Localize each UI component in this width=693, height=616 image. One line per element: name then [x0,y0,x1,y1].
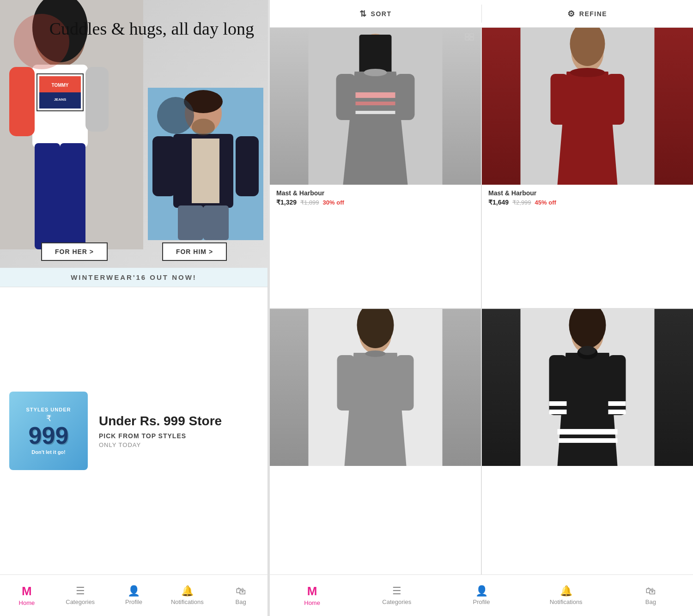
price-original-2: ₹2,999 [512,199,531,206]
promo-number: 999 [29,423,69,447]
home-logo-icon: M [22,585,32,597]
promo-sub2: ONLY TODAY [99,441,222,448]
categories-icon-right: ☰ [392,586,401,596]
svg-rect-60 [608,401,626,406]
bag-icon-right: 🛍 [645,586,656,596]
svg-text:TOMMY: TOMMY [51,83,68,88]
svg-rect-56 [559,438,618,443]
sort-button[interactable]: ⇅ SORT [270,0,481,27]
svg-rect-57 [549,355,567,415]
nav-profile-label-right: Profile [473,598,490,605]
promo-image: STYLES UNDER ₹ 999 Don't let it go! [9,392,88,470]
hero-banner: Cuddles & hugs, all day long TOMMY JEANS [0,0,268,268]
product-info-4 [482,466,693,479]
svg-rect-59 [549,401,567,406]
svg-rect-19 [236,136,259,196]
product-card-1[interactable]: Mast & Harbour ₹1,329 ₹1,899 30% off [270,28,481,308]
svg-rect-17 [192,139,219,203]
profile-icon: 👤 [128,586,140,596]
promo-subtitle: PICK FROM TOP STYLES [99,432,222,440]
product-prices-2: ₹1,649 ₹2,999 45% off [488,199,687,206]
home-logo-icon-right: M [307,585,317,597]
nav-profile-left[interactable]: 👤 Profile [107,575,161,616]
bag-icon: 🛍 [236,586,246,596]
svg-point-22 [192,119,215,135]
price-discount-1: 30% off [323,199,344,206]
svg-rect-31 [395,74,415,120]
left-panel: Cuddles & hugs, all day long TOMMY JEANS [0,0,268,616]
right-toolbar: ⇅ SORT ⚙ REFINE [270,0,693,28]
male-model-image [148,88,263,240]
product-info-1: Mast & Harbour ₹1,329 ₹1,899 30% off [270,185,481,212]
svg-rect-10 [35,143,60,249]
svg-rect-30 [336,74,356,120]
left-bottom-nav: M Home ☰ Categories 👤 Profile 🔔 Notifica… [0,574,267,616]
svg-point-15 [184,90,223,113]
nav-profile-right[interactable]: 👤 Profile [439,575,523,616]
promo-title: Under Rs. 999 Store [99,413,222,429]
nav-home-label-right: Home [304,599,320,606]
promo-text: Under Rs. 999 Store PICK FROM TOP STYLES… [88,413,222,449]
svg-rect-62 [608,410,626,414]
product-brand-2: Mast & Harbour [488,189,687,197]
svg-rect-42 [607,74,625,125]
nav-notifications-label-right: Notifications [550,598,583,605]
svg-rect-8 [9,67,35,136]
product-image-1 [270,28,481,185]
nav-home-left[interactable]: M Home [0,575,54,616]
product-info-3 [270,466,481,479]
product-card-3[interactable] [270,309,481,574]
refine-button[interactable]: ⚙ REFINE [482,0,693,27]
right-panel: ⇅ SORT ⚙ REFINE [270,0,693,616]
svg-rect-36 [470,37,474,40]
price-current-2: ₹1,649 [488,199,509,206]
nav-profile-label: Profile [125,598,142,605]
svg-rect-49 [396,355,414,411]
product-card-4[interactable] [482,309,693,574]
nav-notifications-right[interactable]: 🔔 Notifications [524,575,608,616]
nav-home-label: Home [19,599,35,606]
nav-bag-label: Bag [236,598,246,605]
svg-rect-25 [359,35,392,74]
nav-bag-left[interactable]: 🛍 Bag [214,575,267,616]
nav-home-right[interactable]: M Home [270,575,354,616]
nav-notifications-left[interactable]: 🔔 Notifications [160,575,214,616]
nav-categories-left[interactable]: ☰ Categories [54,575,107,616]
styles-under-text: STYLES UNDER [26,407,71,412]
product-prices-1: ₹1,329 ₹1,899 30% off [276,199,474,206]
for-her-button[interactable]: FOR HER > [41,242,108,261]
nav-bag-right[interactable]: 🛍 Bag [608,575,693,616]
svg-rect-9 [85,67,109,132]
svg-point-32 [364,69,387,76]
notifications-icon: 🔔 [181,586,194,596]
price-discount-2: 45% off [535,199,556,206]
svg-point-64 [579,346,596,355]
hero-buttons: FOR HER > FOR HIM > [0,242,268,261]
svg-rect-55 [558,429,618,435]
wishlist-icon-1[interactable] [464,32,475,46]
svg-rect-33 [465,34,469,36]
price-original-1: ₹1,899 [300,199,319,206]
product-card-2[interactable]: Mast & Harbour ₹1,649 ₹2,999 45% off [482,28,693,308]
promo-section[interactable]: STYLES UNDER ₹ 999 Don't let it go! Unde… [0,287,267,574]
winterwear-banner: WINTERWEAR'16 OUT NOW! [0,268,267,287]
nav-categories-label: Categories [66,598,95,605]
notifications-icon-right: 🔔 [560,586,572,596]
svg-rect-34 [470,34,474,36]
price-current-1: ₹1,329 [276,199,297,206]
svg-rect-41 [551,74,568,125]
for-him-button[interactable]: FOR HIM > [162,242,227,261]
nav-notifications-label: Notifications [171,598,204,605]
refine-label: REFINE [579,10,607,18]
nav-categories-right[interactable]: ☰ Categories [354,575,439,616]
nav-bag-label-right: Bag [645,598,656,605]
product-image-4 [482,309,693,466]
right-bottom-nav: M Home ☰ Categories 👤 Profile 🔔 Notifica… [270,574,693,616]
svg-rect-20 [178,205,203,240]
svg-rect-35 [465,37,469,40]
svg-rect-61 [549,410,567,414]
sort-icon: ⇅ [359,9,367,19]
product-image-2 [482,28,693,185]
categories-icon: ☰ [76,586,85,596]
svg-text:JEANS: JEANS [54,97,67,102]
